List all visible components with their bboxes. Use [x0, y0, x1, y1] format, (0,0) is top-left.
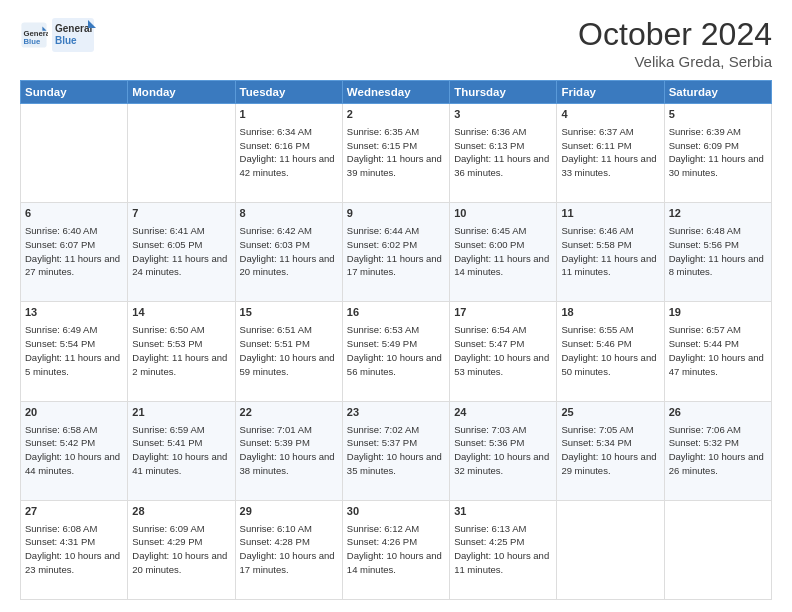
day-info: Sunrise: 6:53 AMSunset: 5:49 PMDaylight:…	[347, 324, 442, 376]
cell-content: 13Sunrise: 6:49 AMSunset: 5:54 PMDayligh…	[25, 305, 123, 378]
day-cell: 22Sunrise: 7:01 AMSunset: 5:39 PMDayligh…	[235, 401, 342, 500]
day-cell: 17Sunrise: 6:54 AMSunset: 5:47 PMDayligh…	[450, 302, 557, 401]
day-info: Sunrise: 6:08 AMSunset: 4:31 PMDaylight:…	[25, 523, 120, 575]
day-info: Sunrise: 7:05 AMSunset: 5:34 PMDaylight:…	[561, 424, 656, 476]
day-cell: 20Sunrise: 6:58 AMSunset: 5:42 PMDayligh…	[21, 401, 128, 500]
day-number: 22	[240, 405, 338, 421]
day-number: 14	[132, 305, 230, 321]
day-cell: 19Sunrise: 6:57 AMSunset: 5:44 PMDayligh…	[664, 302, 771, 401]
logo-graphic: General Blue	[52, 16, 96, 54]
day-info: Sunrise: 7:01 AMSunset: 5:39 PMDaylight:…	[240, 424, 335, 476]
day-cell: 12Sunrise: 6:48 AMSunset: 5:56 PMDayligh…	[664, 203, 771, 302]
day-cell: 10Sunrise: 6:45 AMSunset: 6:00 PMDayligh…	[450, 203, 557, 302]
day-cell: 26Sunrise: 7:06 AMSunset: 5:32 PMDayligh…	[664, 401, 771, 500]
day-cell: 7Sunrise: 6:41 AMSunset: 6:05 PMDaylight…	[128, 203, 235, 302]
day-number: 27	[25, 504, 123, 520]
day-number: 10	[454, 206, 552, 222]
cell-content: 22Sunrise: 7:01 AMSunset: 5:39 PMDayligh…	[240, 405, 338, 478]
day-info: Sunrise: 6:35 AMSunset: 6:15 PMDaylight:…	[347, 126, 442, 178]
day-cell: 16Sunrise: 6:53 AMSunset: 5:49 PMDayligh…	[342, 302, 449, 401]
day-number: 17	[454, 305, 552, 321]
col-sunday: Sunday	[21, 81, 128, 104]
svg-text:Blue: Blue	[55, 35, 77, 46]
day-cell: 27Sunrise: 6:08 AMSunset: 4:31 PMDayligh…	[21, 500, 128, 599]
cell-content: 7Sunrise: 6:41 AMSunset: 6:05 PMDaylight…	[132, 206, 230, 279]
day-info: Sunrise: 6:37 AMSunset: 6:11 PMDaylight:…	[561, 126, 656, 178]
cell-content: 2Sunrise: 6:35 AMSunset: 6:15 PMDaylight…	[347, 107, 445, 180]
day-info: Sunrise: 6:41 AMSunset: 6:05 PMDaylight:…	[132, 225, 227, 277]
col-thursday: Thursday	[450, 81, 557, 104]
day-number: 6	[25, 206, 123, 222]
day-number: 3	[454, 107, 552, 123]
day-number: 30	[347, 504, 445, 520]
cell-content: 31Sunrise: 6:13 AMSunset: 4:25 PMDayligh…	[454, 504, 552, 577]
day-info: Sunrise: 6:10 AMSunset: 4:28 PMDaylight:…	[240, 523, 335, 575]
week-row-4: 20Sunrise: 6:58 AMSunset: 5:42 PMDayligh…	[21, 401, 772, 500]
cell-content: 12Sunrise: 6:48 AMSunset: 5:56 PMDayligh…	[669, 206, 767, 279]
day-info: Sunrise: 6:09 AMSunset: 4:29 PMDaylight:…	[132, 523, 227, 575]
svg-text:General: General	[55, 23, 92, 34]
day-info: Sunrise: 7:06 AMSunset: 5:32 PMDaylight:…	[669, 424, 764, 476]
cell-content: 10Sunrise: 6:45 AMSunset: 6:00 PMDayligh…	[454, 206, 552, 279]
day-info: Sunrise: 6:44 AMSunset: 6:02 PMDaylight:…	[347, 225, 442, 277]
day-info: Sunrise: 7:03 AMSunset: 5:36 PMDaylight:…	[454, 424, 549, 476]
day-info: Sunrise: 6:40 AMSunset: 6:07 PMDaylight:…	[25, 225, 120, 277]
week-row-2: 6Sunrise: 6:40 AMSunset: 6:07 PMDaylight…	[21, 203, 772, 302]
day-number: 4	[561, 107, 659, 123]
day-cell: 14Sunrise: 6:50 AMSunset: 5:53 PMDayligh…	[128, 302, 235, 401]
header: General Blue General Blue October 2024 V…	[20, 16, 772, 70]
day-cell: 9Sunrise: 6:44 AMSunset: 6:02 PMDaylight…	[342, 203, 449, 302]
day-number: 15	[240, 305, 338, 321]
day-number: 9	[347, 206, 445, 222]
day-info: Sunrise: 6:49 AMSunset: 5:54 PMDaylight:…	[25, 324, 120, 376]
cell-content: 19Sunrise: 6:57 AMSunset: 5:44 PMDayligh…	[669, 305, 767, 378]
title-block: October 2024 Velika Greda, Serbia	[578, 16, 772, 70]
cell-content: 9Sunrise: 6:44 AMSunset: 6:02 PMDaylight…	[347, 206, 445, 279]
cell-content: 5Sunrise: 6:39 AMSunset: 6:09 PMDaylight…	[669, 107, 767, 180]
day-cell: 31Sunrise: 6:13 AMSunset: 4:25 PMDayligh…	[450, 500, 557, 599]
day-info: Sunrise: 6:55 AMSunset: 5:46 PMDaylight:…	[561, 324, 656, 376]
day-info: Sunrise: 7:02 AMSunset: 5:37 PMDaylight:…	[347, 424, 442, 476]
day-number: 21	[132, 405, 230, 421]
day-info: Sunrise: 6:45 AMSunset: 6:00 PMDaylight:…	[454, 225, 549, 277]
day-number: 7	[132, 206, 230, 222]
day-info: Sunrise: 6:13 AMSunset: 4:25 PMDaylight:…	[454, 523, 549, 575]
day-cell: 21Sunrise: 6:59 AMSunset: 5:41 PMDayligh…	[128, 401, 235, 500]
day-number: 25	[561, 405, 659, 421]
day-cell: 2Sunrise: 6:35 AMSunset: 6:15 PMDaylight…	[342, 104, 449, 203]
day-number: 8	[240, 206, 338, 222]
cell-content: 16Sunrise: 6:53 AMSunset: 5:49 PMDayligh…	[347, 305, 445, 378]
day-cell: 24Sunrise: 7:03 AMSunset: 5:36 PMDayligh…	[450, 401, 557, 500]
page: General Blue General Blue October 2024 V…	[0, 0, 792, 612]
day-info: Sunrise: 6:58 AMSunset: 5:42 PMDaylight:…	[25, 424, 120, 476]
day-info: Sunrise: 6:34 AMSunset: 6:16 PMDaylight:…	[240, 126, 335, 178]
cell-content: 29Sunrise: 6:10 AMSunset: 4:28 PMDayligh…	[240, 504, 338, 577]
day-info: Sunrise: 6:42 AMSunset: 6:03 PMDaylight:…	[240, 225, 335, 277]
day-number: 29	[240, 504, 338, 520]
day-cell: 30Sunrise: 6:12 AMSunset: 4:26 PMDayligh…	[342, 500, 449, 599]
cell-content: 26Sunrise: 7:06 AMSunset: 5:32 PMDayligh…	[669, 405, 767, 478]
week-row-3: 13Sunrise: 6:49 AMSunset: 5:54 PMDayligh…	[21, 302, 772, 401]
cell-content: 14Sunrise: 6:50 AMSunset: 5:53 PMDayligh…	[132, 305, 230, 378]
day-number: 1	[240, 107, 338, 123]
day-cell	[664, 500, 771, 599]
cell-content: 18Sunrise: 6:55 AMSunset: 5:46 PMDayligh…	[561, 305, 659, 378]
day-cell: 4Sunrise: 6:37 AMSunset: 6:11 PMDaylight…	[557, 104, 664, 203]
day-info: Sunrise: 6:12 AMSunset: 4:26 PMDaylight:…	[347, 523, 442, 575]
day-number: 2	[347, 107, 445, 123]
day-info: Sunrise: 6:46 AMSunset: 5:58 PMDaylight:…	[561, 225, 656, 277]
day-cell: 25Sunrise: 7:05 AMSunset: 5:34 PMDayligh…	[557, 401, 664, 500]
day-cell: 5Sunrise: 6:39 AMSunset: 6:09 PMDaylight…	[664, 104, 771, 203]
day-number: 11	[561, 206, 659, 222]
header-row: Sunday Monday Tuesday Wednesday Thursday…	[21, 81, 772, 104]
day-number: 31	[454, 504, 552, 520]
day-cell	[128, 104, 235, 203]
day-cell: 1Sunrise: 6:34 AMSunset: 6:16 PMDaylight…	[235, 104, 342, 203]
col-friday: Friday	[557, 81, 664, 104]
day-number: 23	[347, 405, 445, 421]
day-cell	[21, 104, 128, 203]
day-cell	[557, 500, 664, 599]
col-wednesday: Wednesday	[342, 81, 449, 104]
day-cell: 23Sunrise: 7:02 AMSunset: 5:37 PMDayligh…	[342, 401, 449, 500]
cell-content: 20Sunrise: 6:58 AMSunset: 5:42 PMDayligh…	[25, 405, 123, 478]
